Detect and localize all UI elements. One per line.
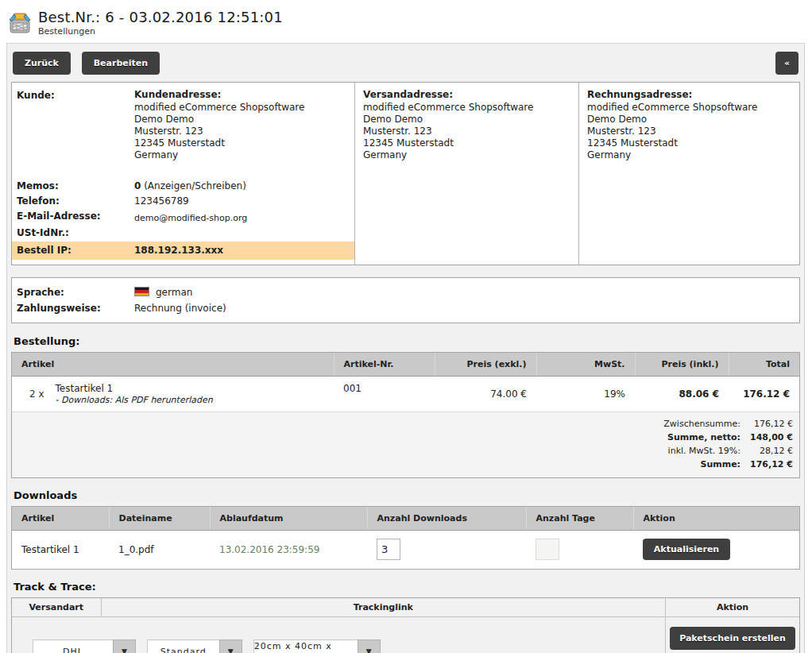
address-line: Musterstr. 123	[134, 126, 354, 137]
address-line: Demo Demo	[363, 114, 570, 126]
back-button[interactable]: Zurück	[13, 52, 71, 75]
summe-value: 176,12 €	[740, 458, 793, 471]
downloads-row: Testartikel 1 1_0.pdf 13.02.2016 23:59:5…	[12, 531, 799, 569]
carrier-select[interactable]: DHL ▼	[33, 639, 136, 653]
customer-panel: Kunde: Kundenadresse: modified eCommerce…	[11, 82, 800, 265]
dl-ablaufdatum: 13.02.2016 23:59:59	[210, 531, 367, 569]
zahlungsweise-row: Zahlungsweise: Rechnung (invoice)	[12, 300, 799, 316]
address-line: Musterstr. 123	[363, 126, 570, 137]
order-table-wrap: Artikel Artikel-Nr. Preis (exkl.) MwSt. …	[11, 352, 800, 478]
customer-column: Kunde: Kundenadresse: modified eCommerce…	[12, 83, 355, 265]
col-trackinglink: Trackinglink	[101, 598, 666, 617]
toolbar: Zurück Bearbeiten «	[11, 48, 800, 82]
memos-count: 0	[134, 180, 141, 191]
kunde-row: Kunde: Kundenadresse: modified eCommerce…	[12, 88, 354, 161]
bestell-ip-value: 188.192.133.xxx	[134, 243, 354, 258]
totals-row-subtotal: Zwischensumme: 176,12 €	[12, 417, 793, 431]
track-header-row: Versandart Trackinglink Aktion	[12, 598, 799, 617]
aktualisieren-button[interactable]: Aktualisieren	[643, 539, 730, 560]
totals-row-summe: Summe: 176,12 €	[12, 458, 793, 471]
item-name: Testartikel 1	[56, 383, 213, 394]
anzahl-tage-input[interactable]	[536, 539, 559, 560]
package-size-select-value: 20cm x 40cm x 30cm	[253, 639, 358, 653]
address-line: Demo Demo	[134, 114, 354, 126]
chevron-down-icon[interactable]: ▼	[358, 639, 381, 653]
subtotal-label: Zwischensumme:	[663, 417, 740, 431]
mwst-value: 28,12 €	[740, 444, 793, 458]
netto-value: 148,00 €	[740, 431, 793, 444]
address-line: 12345 Musterstadt	[363, 137, 570, 149]
memos-link[interactable]: (Anzeigen/Schreiben)	[144, 180, 246, 191]
col-dateiname: Dateiname	[109, 507, 210, 531]
sprache-label: Sprache:	[17, 284, 134, 300]
chevron-down-icon[interactable]: ▼	[219, 639, 242, 653]
versandadresse-title: Versandadresse:	[363, 88, 570, 102]
downloads-table-wrap: Artikel Dateiname Ablaufdatum Anzahl Dow…	[11, 506, 800, 570]
breadcrumb: Bestellungen	[38, 26, 283, 37]
item-download-link[interactable]: - Downloads: Als PDF herunterladen	[56, 395, 213, 405]
email-value[interactable]: demo@modified-shop.org	[134, 209, 354, 226]
email-label: E-Mail-Adresse:	[17, 209, 134, 226]
memos-value: 0 (Anzeigen/Schreiben)	[134, 179, 354, 194]
mwst-label: inkl. MwSt. 19%:	[668, 444, 740, 458]
memos-label: Memos:	[17, 179, 134, 194]
col-mwst: MwSt.	[536, 353, 635, 377]
item-artikel-nr: 001	[334, 377, 435, 412]
kundenadresse-block: Kundenadresse: modified eCommerce Shopso…	[134, 88, 354, 161]
ustid-value	[134, 226, 354, 241]
order-header-row: Artikel Artikel-Nr. Preis (exkl.) MwSt. …	[12, 353, 799, 377]
address-line: Germany	[134, 149, 354, 161]
item-preis-inkl: 88.06 €	[635, 377, 729, 412]
kunde-label: Kunde:	[17, 88, 134, 161]
page-header: Best.Nr.: 6 - 03.02.2016 12:51:01 Bestel…	[0, 0, 812, 43]
address-line: Demo Demo	[587, 114, 791, 126]
address-line: 12345 Musterstadt	[587, 137, 791, 149]
telefon-row: Telefon: 123456789	[12, 194, 354, 209]
col-anzahl-tage: Anzahl Tage	[526, 507, 633, 531]
carrier-select-value: DHL	[33, 639, 113, 653]
item-total: 176.12 €	[729, 377, 799, 412]
memos-row: Memos: 0 (Anzeigen/Schreiben)	[12, 179, 354, 194]
order-table: Artikel Artikel-Nr. Preis (exkl.) MwSt. …	[12, 353, 799, 412]
content-wrapper: Zurück Bearbeiten « Kunde: Kundenadresse…	[6, 43, 805, 653]
chevron-down-icon[interactable]: ▼	[113, 639, 136, 653]
item-mwst: 19%	[536, 377, 635, 412]
ustid-row: USt-IdNr.:	[12, 226, 354, 241]
billing-address-column: Rechnungsadresse: modified eCommerce Sho…	[579, 83, 799, 265]
address-line: modified eCommerce Shopsoftware	[363, 102, 570, 114]
item-quantity: 2 x	[29, 388, 44, 400]
subtotal-value: 176,12 €	[740, 417, 793, 431]
summe-label: Summe:	[700, 458, 740, 471]
col-total: Total	[729, 353, 799, 377]
kundenadresse-title: Kundenadresse:	[134, 88, 354, 102]
telefon-label: Telefon:	[17, 194, 134, 209]
zahlungsweise-value: Rechnung (invoice)	[134, 300, 799, 316]
totals-row-mwst: inkl. MwSt. 19%: 28,12 €	[12, 444, 793, 458]
sprache-text: german	[156, 287, 192, 298]
col-dl-artikel: Artikel	[12, 507, 109, 531]
sprache-row: Sprache: german	[12, 284, 799, 300]
bestell-ip-label: Bestell IP:	[17, 243, 134, 258]
edit-button[interactable]: Bearbeiten	[82, 52, 160, 75]
track-trace-wrap: Versandart Trackinglink Aktion DHL ▼ Sta…	[11, 597, 800, 653]
dl-artikel: Testartikel 1	[12, 531, 109, 569]
package-size-select[interactable]: 20cm x 40cm x 30cm ▼	[253, 639, 381, 653]
track-trace-heading: Track & Trace:	[14, 581, 798, 593]
order-item-row: 2 x Testartikel 1 - Downloads: Als PDF h…	[12, 377, 799, 412]
create-label-button[interactable]: Paketschein erstellen	[670, 627, 795, 650]
rechnungsadresse-title: Rechnungsadresse:	[587, 88, 791, 102]
track-trace-table: Versandart Trackinglink Aktion DHL ▼ Sta…	[12, 598, 799, 653]
service-select[interactable]: Standard ▼	[147, 639, 242, 653]
telefon-value: 123456789	[134, 194, 354, 209]
netto-label: Summe, netto:	[667, 431, 740, 444]
order-totals: Zwischensumme: 176,12 € Summe, netto: 14…	[12, 412, 799, 477]
email-row: E-Mail-Adresse: demo@modified-shop.org	[12, 209, 354, 226]
anzahl-downloads-input[interactable]	[377, 539, 400, 560]
bestell-ip-row: Bestell IP: 188.192.133.xxx	[12, 241, 354, 260]
language-payment-panel: Sprache: german Zahlungsweise: Rechnung …	[11, 277, 800, 323]
collapse-button[interactable]: «	[775, 52, 798, 75]
item-preis-exkl: 74.00 €	[435, 377, 536, 412]
address-line: Germany	[587, 149, 791, 161]
order-heading: Bestellung:	[14, 335, 798, 347]
track-form-cell: DHL ▼ Standard ▼ 20cm x 40cm x 30cm ▼	[12, 616, 666, 653]
